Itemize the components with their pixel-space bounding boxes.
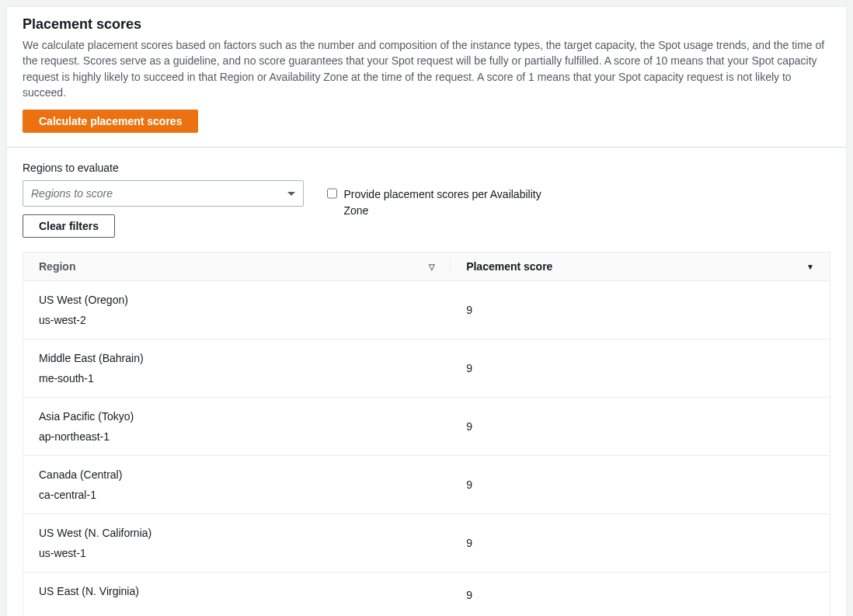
score-cell: 9 xyxy=(451,456,830,514)
table-row: US East (N. Virginia)9 xyxy=(23,572,830,616)
region-name: US West (N. California) xyxy=(39,527,435,539)
table-row: US West (Oregon)us-west-29 xyxy=(23,281,830,339)
score-cell: 9 xyxy=(451,281,830,339)
region-code: ap-northeast-1 xyxy=(39,430,435,443)
az-checkbox-label: Provide placement scores per Availabilit… xyxy=(343,186,560,219)
scores-table: Region ▽ Placement score ▼ xyxy=(23,252,830,616)
regions-select[interactable]: Regions to score xyxy=(23,180,304,207)
sort-desc-icon: ▼ xyxy=(806,263,814,271)
score-cell: 9 xyxy=(451,514,830,572)
calculate-button[interactable]: Calculate placement scores xyxy=(23,110,198,133)
region-cell: US West (N. California)us-west-1 xyxy=(23,514,451,572)
region-cell: Asia Pacific (Tokyo)ap-northeast-1 xyxy=(23,398,451,456)
region-name: Canada (Central) xyxy=(39,468,435,481)
table-row: Canada (Central)ca-central-19 xyxy=(23,456,830,514)
column-header-score[interactable]: Placement score ▼ xyxy=(451,252,830,281)
region-name: Asia Pacific (Tokyo) xyxy=(39,410,435,423)
region-code: us-west-2 xyxy=(39,314,435,326)
table-row: Middle East (Bahrain)me-south-19 xyxy=(23,339,830,398)
region-cell: Middle East (Bahrain)me-south-1 xyxy=(23,339,451,398)
score-cell: 9 xyxy=(451,339,830,398)
table-row: Asia Pacific (Tokyo)ap-northeast-19 xyxy=(23,398,830,456)
table-row: US West (N. California)us-west-19 xyxy=(23,514,830,572)
region-code: us-west-1 xyxy=(39,547,435,559)
page-title: Placement scores xyxy=(23,16,830,33)
region-cell: US East (N. Virginia) xyxy=(23,572,451,616)
column-header-region-label: Region xyxy=(39,260,75,273)
region-name: Middle East (Bahrain) xyxy=(39,352,435,364)
regions-evaluate-label: Regions to evaluate xyxy=(23,162,830,174)
region-cell: Canada (Central)ca-central-1 xyxy=(23,456,451,514)
score-cell: 9 xyxy=(451,572,830,616)
region-cell: US West (Oregon)us-west-2 xyxy=(23,281,451,339)
region-code: ca-central-1 xyxy=(39,489,435,501)
regions-select-placeholder: Regions to score xyxy=(31,187,113,200)
az-checkbox[interactable] xyxy=(327,188,337,199)
caret-down-icon xyxy=(287,192,295,196)
sort-icon: ▽ xyxy=(429,263,435,271)
column-header-region[interactable]: Region ▽ xyxy=(23,252,451,281)
column-header-score-label: Placement score xyxy=(466,260,552,273)
region-name: US West (Oregon) xyxy=(39,294,435,306)
region-code: me-south-1 xyxy=(39,372,435,385)
az-checkbox-wrap[interactable]: Provide placement scores per Availabilit… xyxy=(327,180,560,219)
clear-filters-button[interactable]: Clear filters xyxy=(23,214,115,238)
score-cell: 9 xyxy=(451,398,830,456)
region-name: US East (N. Virginia) xyxy=(39,585,435,597)
page-description: We calculate placement scores based on f… xyxy=(23,37,830,100)
